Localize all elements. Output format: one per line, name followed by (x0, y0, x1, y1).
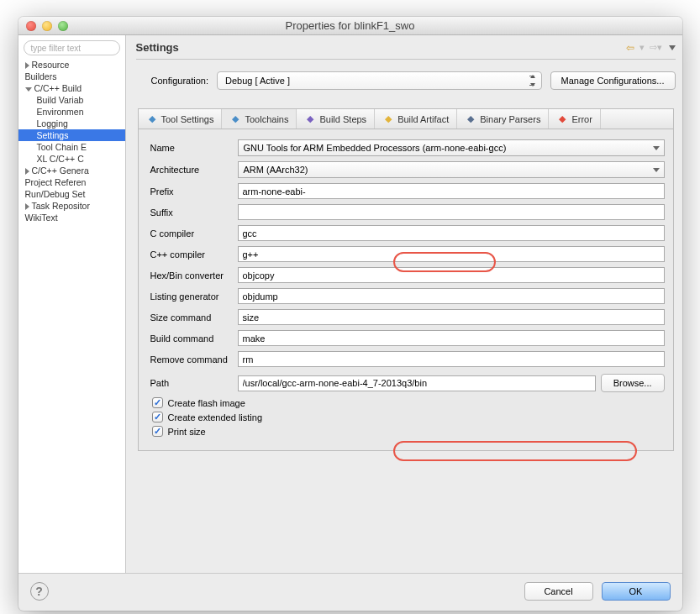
hex-converter-input[interactable] (238, 267, 665, 283)
error-parsers-icon: ◆ (556, 113, 568, 125)
remove-command-input[interactable] (238, 351, 665, 367)
tab-label: Build Steps (319, 114, 366, 124)
toolchains-icon: ◆ (229, 113, 241, 125)
sidebar: type filter text ResourceBuildersC/C++ B… (18, 35, 126, 573)
hex-converter-label: Hex/Bin converter (150, 270, 233, 281)
listing-generator-label: Listing generator (150, 291, 233, 302)
sidebar-item[interactable]: C/C++ Build (18, 82, 125, 94)
tab-bar: ◆Tool Settings◆Toolchains◆Build Steps◆Bu… (138, 108, 674, 129)
cpp-compiler-label: C++ compiler (150, 249, 233, 260)
sidebar-item-label: Settings (37, 130, 69, 140)
properties-dialog: Properties for blinkF1_swo type filter t… (18, 17, 682, 611)
architecture-label: Architecture (150, 165, 233, 175)
sidebar-item[interactable]: Logging (18, 118, 125, 129)
sidebar-item-label: Resource (32, 60, 70, 70)
tab-label: Toolchains (245, 114, 288, 124)
sidebar-item[interactable]: Task Repositor (18, 200, 125, 212)
filter-input[interactable]: type filter text (24, 40, 120, 55)
titlebar: Properties for blinkF1_swo (18, 17, 682, 35)
dialog-footer: ? Cancel OK (18, 573, 682, 611)
sidebar-item[interactable]: Resource (18, 59, 125, 71)
sidebar-item-label: Project Referen (25, 177, 87, 187)
sidebar-item-label: Task Repositor (32, 201, 90, 211)
tab[interactable]: ◆Build Artifact (375, 109, 457, 129)
sidebar-item-label: Run/Debug Set (25, 189, 86, 199)
tab[interactable]: ◆Binary Parsers (457, 109, 549, 129)
manage-configurations-button[interactable]: Manage Configurations... (550, 71, 676, 90)
build-artifact-icon: ◆ (382, 113, 394, 125)
tab-label: Build Artifact (397, 114, 449, 124)
create-flash-label: Create flash image (168, 398, 245, 408)
print-size-checkbox[interactable]: ✓ (152, 426, 163, 437)
view-menu-icon[interactable] (669, 45, 676, 50)
cpp-compiler-input[interactable] (238, 246, 665, 262)
ok-button[interactable]: OK (602, 582, 671, 601)
print-size-label: Print size (168, 427, 206, 437)
sidebar-item[interactable]: Builders (18, 71, 125, 82)
cancel-button[interactable]: Cancel (524, 582, 593, 601)
c-compiler-input[interactable] (238, 225, 665, 241)
main-panel: Settings ⇦▾ ⇨▾ Configuration: Debug [ Ac… (126, 35, 682, 573)
sidebar-item-label: WikiText (25, 213, 58, 223)
tool-settings-icon: ◆ (146, 113, 158, 125)
architecture-select[interactable]: ARM (AArch32) (238, 161, 665, 178)
sidebar-item-label: C/C++ Build (34, 83, 82, 93)
sidebar-item[interactable]: Environmen (18, 106, 125, 118)
build-command-label: Build command (150, 333, 233, 344)
sidebar-item-label: C/C++ Genera (32, 165, 89, 176)
c-compiler-label: C compiler (150, 228, 233, 239)
chevron-down-icon (25, 87, 32, 92)
tab[interactable]: ◆Error (549, 109, 600, 129)
path-input[interactable] (238, 375, 596, 391)
sidebar-item[interactable]: Build Variab (18, 94, 125, 106)
forward-icon[interactable]: ⇨▾ (650, 42, 662, 53)
size-command-input[interactable] (238, 309, 665, 325)
listing-generator-input[interactable] (238, 288, 665, 304)
tab-label: Error (571, 114, 592, 124)
name-label: Name (150, 143, 233, 153)
configuration-select[interactable]: Debug [ Active ] (217, 71, 542, 90)
prefix-label: Prefix (150, 186, 233, 197)
window-title: Properties for blinkF1_swo (18, 19, 682, 32)
help-icon[interactable]: ? (30, 582, 49, 601)
browse-button[interactable]: Browse... (601, 374, 665, 392)
sidebar-item[interactable]: WikiText (18, 212, 125, 223)
page-title: Settings (136, 41, 179, 54)
chevron-right-icon (25, 203, 29, 210)
sidebar-item[interactable]: C/C++ Genera (18, 165, 125, 176)
remove-command-label: Remove command (150, 354, 233, 365)
tab-label: Tool Settings (161, 114, 214, 124)
suffix-input[interactable] (238, 204, 665, 220)
tab[interactable]: ◆Build Steps (297, 109, 375, 129)
build-command-input[interactable] (238, 330, 665, 346)
toolchain-form: Name GNU Tools for ARM Embedded Processo… (138, 129, 674, 451)
name-select[interactable]: GNU Tools for ARM Embedded Processors (a… (238, 139, 665, 156)
sidebar-item-label: Environmen (37, 107, 84, 117)
sidebar-item[interactable]: XL C/C++ C (18, 153, 125, 165)
configuration-label: Configuration: (151, 76, 209, 86)
sidebar-item[interactable]: Settings (18, 129, 125, 141)
prefix-input[interactable] (238, 183, 665, 199)
create-flash-checkbox[interactable]: ✓ (152, 397, 163, 408)
sidebar-item[interactable]: Run/Debug Set (18, 188, 125, 200)
back-icon[interactable]: ⇦ (626, 42, 634, 54)
create-listing-checkbox[interactable]: ✓ (152, 412, 163, 422)
tab[interactable]: ◆Tool Settings (139, 109, 223, 129)
chevron-right-icon (25, 62, 29, 69)
sidebar-item-label: Builders (25, 71, 57, 81)
sidebar-item-label: XL C/C++ C (37, 154, 84, 164)
tab[interactable]: ◆Toolchains (222, 109, 297, 129)
suffix-label: Suffix (150, 207, 233, 218)
sidebar-item[interactable]: Tool Chain E (18, 141, 125, 153)
build-steps-icon: ◆ (304, 113, 316, 125)
nav-tree: ResourceBuildersC/C++ BuildBuild VariabE… (18, 59, 125, 223)
path-label: Path (150, 378, 233, 388)
sidebar-item-label: Build Variab (37, 95, 84, 105)
sidebar-item-label: Logging (37, 118, 68, 129)
filter-placeholder: type filter text (31, 44, 81, 53)
sidebar-item[interactable]: Project Referen (18, 176, 125, 188)
tab-label: Binary Parsers (480, 114, 540, 124)
sidebar-item-label: Tool Chain E (37, 142, 87, 152)
create-listing-label: Create extended listing (168, 412, 263, 422)
size-command-label: Size command (150, 312, 233, 323)
